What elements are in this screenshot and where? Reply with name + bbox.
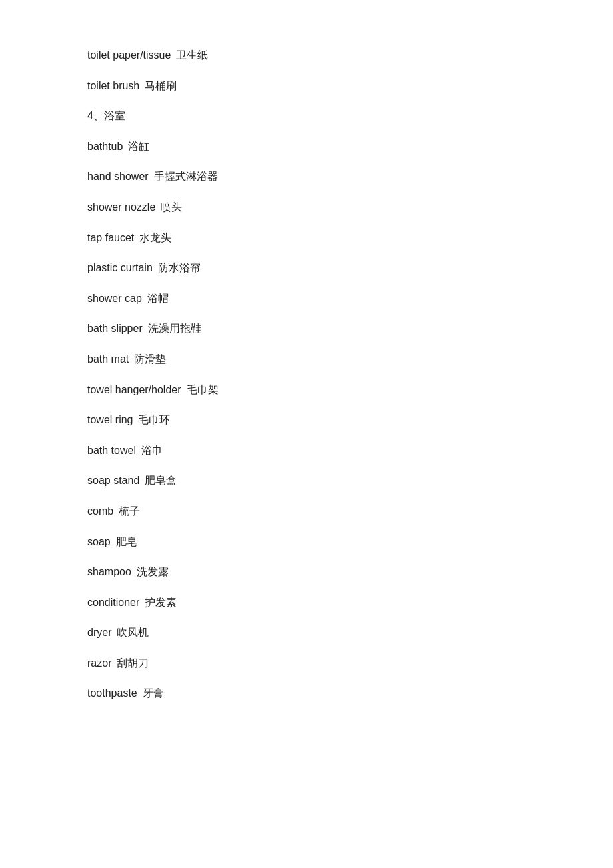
vocab-item-hand-shower: hand shower手握式淋浴器 (87, 161, 526, 192)
chinese-translation: 洗发露 (137, 566, 169, 577)
vocab-item-towel-ring: towel ring毛巾环 (87, 405, 526, 435)
chinese-translation: 护发素 (145, 597, 177, 608)
vocab-item-toothpaste: toothpaste牙膏 (87, 678, 526, 709)
english-term: shampoo (87, 566, 131, 577)
chinese-translation: 浴缸 (128, 141, 149, 152)
chinese-translation: 喷头 (161, 201, 182, 213)
vocab-item-soap-stand: soap stand肥皂盒 (87, 465, 526, 496)
vocab-item-shower-nozzle: shower nozzle喷头 (87, 192, 526, 223)
vocab-item-tap-faucet: tap faucet水龙头 (87, 223, 526, 253)
english-term: bath slipper (87, 323, 143, 334)
english-term: plastic curtain (87, 262, 153, 273)
english-term: comb (87, 505, 113, 517)
chinese-translation: 卫生纸 (176, 49, 208, 61)
chinese-translation: 吹风机 (117, 627, 149, 638)
english-term: razor (87, 657, 111, 669)
chinese-translation: 刮胡刀 (117, 657, 149, 669)
english-term: bathtub (87, 141, 123, 152)
english-term: shower cap (87, 293, 142, 304)
chinese-translation: 洗澡用拖鞋 (148, 323, 201, 334)
chinese-translation: 防滑垫 (134, 353, 166, 365)
chinese-translation: 肥皂盒 (145, 475, 177, 486)
chinese-translation: 防水浴帘 (158, 262, 201, 273)
english-term: towel hanger/holder (87, 384, 181, 395)
chinese-translation: 毛巾架 (187, 384, 219, 395)
english-term: shower nozzle (87, 201, 155, 213)
english-term: hand shower (87, 171, 149, 182)
english-term: dryer (87, 627, 111, 638)
vocab-item-bath-slipper: bath slipper洗澡用拖鞋 (87, 313, 526, 344)
english-term: bath mat (87, 353, 129, 365)
chinese-translation: 浴帽 (147, 293, 169, 304)
vocab-list: toilet paper/tissue卫生纸toilet brush马桶刷4、浴… (87, 40, 526, 709)
vocab-item-shower-cap: shower cap浴帽 (87, 283, 526, 314)
chinese-translation: 肥皂 (116, 536, 137, 547)
chinese-translation: 水龙头 (139, 232, 171, 243)
english-term: conditioner (87, 597, 139, 608)
vocab-item-comb: comb梳子 (87, 496, 526, 527)
vocab-item-razor: razor刮胡刀 (87, 648, 526, 679)
english-term: soap (87, 536, 111, 547)
chinese-translation: 毛巾环 (138, 414, 170, 425)
vocab-item-dryer: dryer吹风机 (87, 617, 526, 648)
english-term: tap faucet (87, 232, 134, 243)
vocab-item-bath-towel: bath towel浴巾 (87, 435, 526, 466)
english-term: soap stand (87, 475, 139, 486)
english-term: towel ring (87, 414, 133, 425)
vocab-item-toilet-paper: toilet paper/tissue卫生纸 (87, 40, 526, 71)
vocab-item-towel-hanger: towel hanger/holder毛巾架 (87, 375, 526, 405)
vocab-item-plastic-curtain: plastic curtain防水浴帘 (87, 253, 526, 283)
vocab-item-bathtub: bathtub浴缸 (87, 131, 526, 162)
vocab-item-shampoo: shampoo洗发露 (87, 557, 526, 587)
vocab-item-toilet-brush: toilet brush马桶刷 (87, 71, 526, 101)
chinese-translation: 手握式淋浴器 (154, 171, 218, 182)
section-header-text: 4、浴室 (87, 110, 125, 121)
vocab-item-section-4: 4、浴室 (87, 101, 526, 131)
vocab-item-bath-mat: bath mat防滑垫 (87, 344, 526, 375)
english-term: toilet brush (87, 80, 139, 91)
vocab-item-conditioner: conditioner护发素 (87, 587, 526, 618)
chinese-translation: 梳子 (119, 505, 140, 517)
english-term: toilet paper/tissue (87, 49, 171, 61)
chinese-translation: 牙膏 (143, 687, 164, 699)
chinese-translation: 马桶刷 (145, 80, 177, 91)
english-term: bath towel (87, 445, 136, 456)
english-term: toothpaste (87, 687, 137, 699)
vocab-item-soap: soap肥皂 (87, 527, 526, 557)
chinese-translation: 浴巾 (141, 445, 163, 456)
